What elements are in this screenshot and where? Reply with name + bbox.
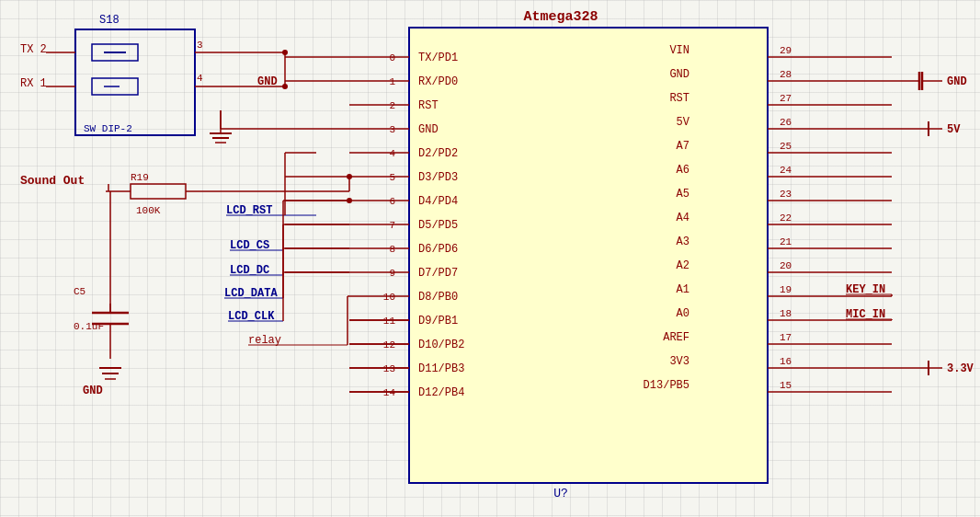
- pin-num-13: 13: [383, 363, 395, 374]
- sw-ref: S18: [99, 14, 120, 27]
- pin-name-d11pb3: D11/PB3: [418, 362, 464, 375]
- rpin-name-a1: A1: [677, 283, 689, 296]
- rpin-name-vin: VIN: [669, 44, 689, 57]
- pin-num-14: 14: [383, 387, 396, 398]
- svg-rect-31: [75, 29, 195, 135]
- sound-out-label: Sound Out: [20, 174, 85, 188]
- pin-name-txpd1: TX/PD1: [418, 52, 458, 64]
- rpin-name-a5: A5: [677, 188, 689, 201]
- rpin-num-15: 15: [780, 380, 792, 391]
- sw-type: SW DIP-2: [84, 123, 132, 134]
- pin-num-1: 1: [389, 76, 395, 87]
- pin-num-2: 2: [389, 100, 395, 111]
- pin-num-6: 6: [389, 196, 395, 207]
- pin-wire-4: 4: [197, 73, 203, 84]
- svg-point-92: [347, 174, 352, 179]
- rpin-num-24: 24: [780, 165, 792, 176]
- pin-name-d2pd2: D2/PD2: [418, 147, 458, 160]
- pin-name-rst1: RST: [418, 99, 439, 112]
- ic-ref: U?: [553, 487, 568, 500]
- pin-num-12: 12: [383, 339, 395, 350]
- pin-num-4: 4: [389, 148, 395, 159]
- rpin-name-a2: A2: [677, 259, 689, 272]
- tx-label: TX 2: [20, 43, 47, 56]
- pin-name-d10pb2: D10/PB2: [418, 339, 464, 351]
- r19-label: R19: [131, 172, 149, 183]
- rx-label: RX 1: [20, 77, 47, 90]
- c5-value: 0.1uF: [74, 321, 104, 332]
- schematic-svg: Atmega328 U? 0 1 2: [0, 0, 980, 517]
- svg-rect-51: [131, 184, 186, 199]
- gnd-right-label: GND: [947, 75, 967, 88]
- pin-name-d6pd6: D6/PD6: [418, 243, 458, 256]
- pin-num-9: 9: [389, 268, 395, 279]
- pin-name-d4pd4: D4/PD4: [418, 195, 458, 208]
- pin-num-8: 8: [389, 244, 395, 255]
- pin-name-d8pb0: D8/PB0: [418, 291, 458, 304]
- rpin-num-26: 26: [780, 117, 792, 128]
- rpin-num-19: 19: [780, 284, 792, 295]
- pin-name-gnd1: GND: [418, 123, 439, 136]
- gnd-c5: GND: [83, 385, 103, 397]
- rpin-name-rst2: RST: [669, 92, 689, 105]
- svg-rect-0: [409, 28, 768, 483]
- svg-point-94: [347, 198, 352, 203]
- pin-name-rxpd0: RX/PD0: [418, 75, 458, 88]
- pin-num-11: 11: [383, 316, 396, 327]
- pin-name-d9pb1: D9/PB1: [418, 315, 458, 327]
- rpin-num-22: 22: [780, 213, 792, 224]
- pin-num-0: 0: [389, 52, 395, 63]
- rpin-num-20: 20: [780, 260, 792, 271]
- pin-wire-3: 3: [197, 40, 203, 51]
- rpin-num-29: 29: [780, 45, 792, 56]
- rpin-name-gnd2: GND: [669, 68, 689, 81]
- rpin-name-a3: A3: [677, 236, 689, 248]
- schematic-canvas: Atmega328 U? 0 1 2: [0, 0, 980, 517]
- pin-num-7: 7: [389, 220, 395, 231]
- rpin-num-25: 25: [780, 141, 792, 152]
- rpin-name-a0: A0: [677, 307, 689, 320]
- pin-name-d5pd5: D5/PD5: [418, 219, 458, 232]
- rpin-name-5v: 5V: [677, 116, 690, 129]
- rpin-num-16: 16: [780, 356, 792, 367]
- pin-name-d7pd7: D7/PD7: [418, 267, 458, 280]
- rpin-name-a4: A4: [677, 212, 689, 224]
- pin-num-5: 5: [389, 172, 395, 183]
- rpin-name-a7: A7: [677, 140, 689, 153]
- rpin-num-28: 28: [780, 69, 792, 80]
- gnd-label-sw: GND: [257, 75, 278, 88]
- rpin-name-d13pb5: D13/PB5: [644, 379, 689, 392]
- pin-name-d3pd3: D3/PD3: [418, 171, 458, 184]
- rpin-num-18: 18: [780, 308, 792, 319]
- rpin-num-27: 27: [780, 93, 792, 104]
- rpin-num-21: 21: [780, 236, 792, 247]
- pin-num-10: 10: [383, 292, 395, 303]
- r19-value: 100K: [136, 205, 161, 216]
- rpin-num-23: 23: [780, 189, 792, 200]
- rpin-name-aref: AREF: [663, 331, 689, 344]
- 5v-label: 5V: [947, 123, 961, 136]
- rpin-name-3v3: 3V3: [669, 355, 689, 368]
- pin-num-3: 3: [389, 124, 395, 135]
- ic-title: Atmega328: [523, 9, 598, 25]
- rpin-name-a6: A6: [677, 164, 689, 177]
- 3v3-label: 3.3V: [947, 362, 974, 375]
- pin-name-d12pb4: D12/PB4: [418, 386, 464, 399]
- c5-label: C5: [74, 286, 85, 297]
- rpin-num-17: 17: [780, 332, 792, 343]
